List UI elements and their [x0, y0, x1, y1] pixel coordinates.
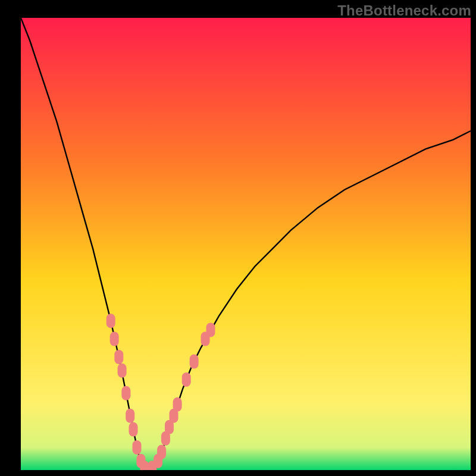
curve-marker [126, 409, 134, 423]
curve-marker [173, 397, 182, 412]
curve-marker [110, 332, 119, 346]
curve-marker [118, 364, 127, 378]
curve-marker [182, 372, 191, 387]
gradient-background [21, 18, 471, 470]
curve-marker [206, 322, 215, 337]
curve-marker [133, 440, 142, 455]
bottleneck-chart [21, 18, 471, 470]
chart-frame: TheBottleneck.com [0, 0, 476, 476]
curve-marker [157, 445, 166, 459]
plot-area [21, 18, 471, 470]
watermark-text: TheBottleneck.com [337, 2, 471, 19]
curve-marker [190, 355, 199, 369]
curve-marker [107, 314, 115, 328]
curve-marker [121, 386, 130, 400]
curve-marker [114, 350, 123, 364]
curve-marker [129, 422, 138, 437]
